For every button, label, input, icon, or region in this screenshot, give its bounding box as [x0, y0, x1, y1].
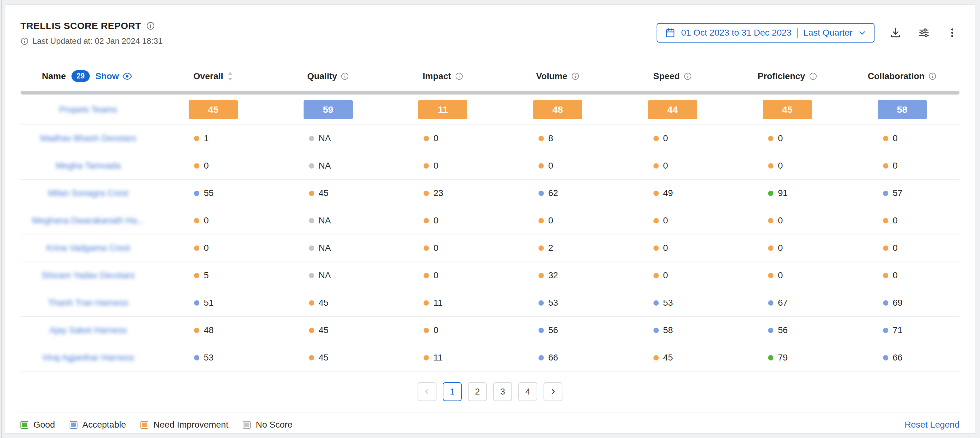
score-cell: 11	[385, 298, 500, 308]
score-dot	[654, 218, 659, 223]
score-cell: 0	[730, 161, 845, 171]
score-cell: 1	[156, 133, 271, 143]
score-cell: 8	[500, 133, 615, 143]
score-value: 53	[548, 298, 558, 308]
score-value: 45	[319, 325, 328, 335]
prev-page-button[interactable]	[418, 382, 436, 401]
column-header-volume: Volume	[500, 71, 615, 81]
score-dot	[194, 245, 199, 251]
score-dot	[768, 300, 773, 306]
score-value: 51	[204, 298, 213, 308]
info-icon	[809, 72, 817, 80]
score-value: 0	[204, 215, 209, 226]
score-value: 66	[893, 353, 902, 363]
reset-legend-link[interactable]: Reset Legend	[905, 420, 959, 430]
show-columns-button[interactable]: Show	[95, 71, 132, 81]
table-row: Megha Tamvada0NA00000	[21, 152, 959, 180]
info-icon	[928, 72, 937, 80]
score-cell: 0	[385, 270, 500, 280]
score-cell: 79	[730, 353, 845, 363]
legend-item-no-score[interactable]: No Score	[243, 420, 293, 430]
column-label: Quality	[307, 71, 337, 81]
score-dot	[423, 245, 429, 251]
download-icon	[890, 27, 901, 38]
score-value: 0	[663, 161, 668, 171]
score-chip: 48	[533, 100, 582, 119]
page-button-4[interactable]: 4	[518, 382, 537, 401]
chevron-down-icon	[858, 29, 866, 37]
page-button-2[interactable]: 2	[468, 382, 487, 401]
score-cell: 0	[615, 243, 730, 253]
horizontal-scrollbar[interactable]	[21, 91, 959, 94]
download-button[interactable]	[888, 25, 903, 40]
legend-item-acceptable[interactable]: Acceptable	[70, 420, 126, 430]
score-cell: 0	[845, 243, 959, 253]
team-score-cell: 45	[156, 100, 271, 119]
settings-button[interactable]	[917, 25, 931, 40]
score-dot	[194, 136, 199, 141]
score-dot	[883, 163, 888, 169]
score-cell: 91	[730, 188, 845, 198]
member-name-link[interactable]: Thanh Tran Harness	[48, 298, 128, 308]
score-dot	[654, 273, 659, 278]
score-value: 53	[663, 298, 673, 308]
title-row: TRELLIS SCORE REPORT	[21, 21, 162, 31]
last-updated-info-icon	[21, 37, 29, 45]
score-cell: 0	[500, 215, 615, 226]
score-value: 0	[433, 215, 438, 226]
legend-swatch	[21, 421, 28, 429]
score-dot	[768, 328, 773, 333]
score-dot	[768, 245, 773, 251]
score-cell: 53	[156, 353, 271, 363]
member-name-cell: Viraj Agjanihar Harness	[21, 353, 156, 363]
score-dot	[538, 136, 544, 141]
sort-icon[interactable]	[227, 71, 233, 81]
member-name-cell: Madhav Bhash Devstars	[21, 133, 156, 143]
score-value: 0	[778, 243, 783, 253]
member-name-link[interactable]: Milan Sonagra Crest	[48, 188, 128, 198]
score-cell: NA	[271, 215, 386, 226]
member-name-link[interactable]: Ajay Saket Harness	[49, 325, 127, 335]
member-name-link[interactable]: Krina Vadgama Crest	[46, 243, 130, 253]
more-options-button[interactable]	[945, 25, 959, 40]
score-dot	[538, 273, 544, 278]
legend-item-need-improvement[interactable]: Need Improvement	[140, 420, 228, 430]
table-row: Madhav Bhash Devstars1NA08000	[21, 125, 959, 152]
score-value: 66	[548, 353, 558, 363]
score-cell: 0	[730, 270, 845, 280]
title-info-icon[interactable]	[146, 21, 155, 30]
score-dot	[538, 245, 544, 251]
page-button-1[interactable]: 1	[443, 382, 462, 401]
score-cell: 11	[385, 353, 500, 363]
score-value: 32	[548, 270, 558, 280]
score-cell: 58	[615, 325, 730, 335]
column-header-overall[interactable]: Overall	[156, 71, 271, 81]
column-header-proficiency: Proficiency	[730, 71, 845, 81]
score-cell: 0	[615, 133, 730, 143]
member-name-link[interactable]: Madhav Bhash Devstars	[40, 133, 136, 143]
name-header-label: Name	[42, 71, 66, 81]
score-value: 0	[893, 215, 898, 226]
score-cell: 45	[615, 353, 730, 363]
score-value: 49	[663, 188, 673, 198]
member-name-link[interactable]: Megha Tamvada	[56, 161, 121, 171]
next-page-button[interactable]	[544, 382, 562, 401]
page-button-3[interactable]: 3	[493, 382, 512, 401]
member-name-link[interactable]: Shivam Yadav Devstars	[41, 270, 135, 280]
column-header-quality: Quality	[271, 71, 386, 81]
score-dot	[309, 191, 314, 196]
score-dot	[309, 218, 314, 223]
member-name-link[interactable]: Meghana Dwarakanath Ha...	[32, 215, 144, 226]
score-value: NA	[319, 215, 331, 226]
info-icon	[571, 72, 579, 80]
legend-item-good[interactable]: Good	[21, 420, 55, 430]
column-label: Overall	[193, 71, 223, 81]
score-cell: 0	[615, 161, 730, 171]
info-icon	[684, 72, 692, 80]
date-range-picker[interactable]: 01 Oct 2023 to 31 Dec 2023 Last Quarter	[657, 23, 875, 43]
score-dot	[768, 163, 773, 169]
member-name-link[interactable]: Viraj Agjanihar Harness	[42, 353, 134, 363]
table-row: Krina Vadgama Crest0NA02000	[21, 234, 959, 262]
team-name-link[interactable]: Propels Teams	[59, 105, 118, 115]
score-dot	[883, 273, 888, 278]
